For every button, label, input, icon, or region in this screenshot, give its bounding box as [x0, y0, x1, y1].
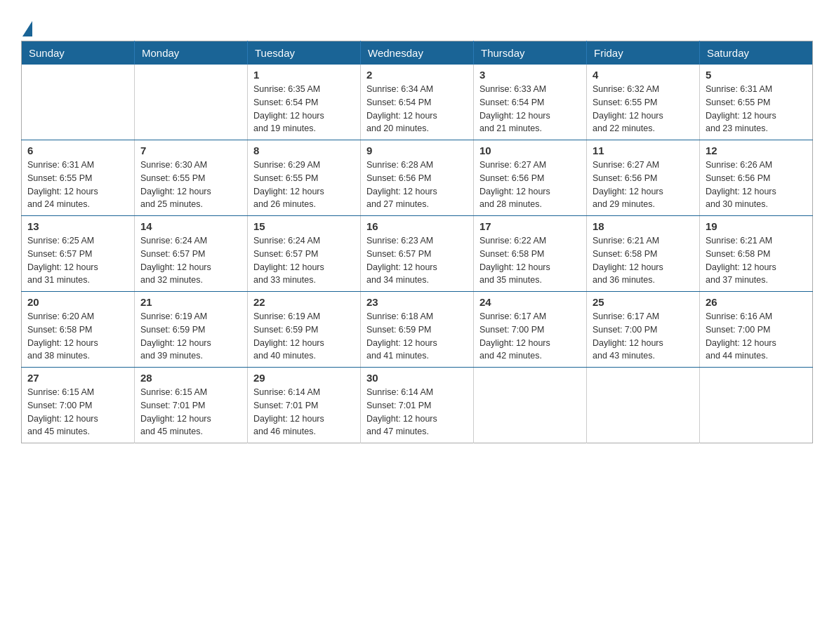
weekday-header-saturday: Saturday: [700, 41, 813, 65]
day-info: Sunrise: 6:21 AM Sunset: 6:58 PM Dayligh…: [706, 234, 807, 287]
day-info: Sunrise: 6:33 AM Sunset: 6:54 PM Dayligh…: [479, 83, 581, 135]
day-number: 9: [366, 145, 468, 156]
day-info: Sunrise: 6:15 AM Sunset: 7:00 PM Dayligh…: [27, 386, 128, 438]
day-info: Sunrise: 6:32 AM Sunset: 6:55 PM Dayligh…: [593, 83, 694, 135]
day-info: Sunrise: 6:18 AM Sunset: 6:59 PM Dayligh…: [366, 310, 468, 363]
calendar-cell: [474, 368, 587, 443]
day-number: 17: [479, 220, 581, 232]
calendar-cell: 15Sunrise: 6:24 AM Sunset: 6:57 PM Dayli…: [248, 216, 361, 292]
day-info: Sunrise: 6:27 AM Sunset: 6:56 PM Dayligh…: [479, 159, 581, 211]
calendar-cell: [135, 65, 248, 140]
day-number: 24: [479, 296, 581, 308]
day-info: Sunrise: 6:14 AM Sunset: 7:01 PM Dayligh…: [366, 386, 468, 438]
calendar-week-row: 6Sunrise: 6:31 AM Sunset: 6:55 PM Daylig…: [22, 140, 813, 216]
calendar-week-row: 27Sunrise: 6:15 AM Sunset: 7:00 PM Dayli…: [22, 368, 813, 443]
day-number: 14: [140, 220, 241, 232]
day-number: 26: [706, 296, 807, 308]
day-info: Sunrise: 6:25 AM Sunset: 6:57 PM Dayligh…: [27, 234, 128, 287]
calendar-cell: 24Sunrise: 6:17 AM Sunset: 7:00 PM Dayli…: [474, 292, 587, 368]
day-number: 22: [253, 296, 355, 308]
calendar-cell: [587, 368, 700, 443]
day-number: 19: [706, 220, 807, 232]
calendar-header-row: SundayMondayTuesdayWednesdayThursdayFrid…: [22, 41, 813, 65]
calendar-week-row: 1Sunrise: 6:35 AM Sunset: 6:54 PM Daylig…: [22, 65, 813, 140]
day-info: Sunrise: 6:15 AM Sunset: 7:01 PM Dayligh…: [140, 386, 241, 438]
calendar-week-row: 13Sunrise: 6:25 AM Sunset: 6:57 PM Dayli…: [22, 216, 813, 292]
calendar-cell: 27Sunrise: 6:15 AM Sunset: 7:00 PM Dayli…: [22, 368, 135, 443]
day-number: 12: [706, 145, 807, 156]
day-number: 4: [593, 69, 694, 81]
day-number: 11: [593, 145, 694, 156]
day-info: Sunrise: 6:21 AM Sunset: 6:58 PM Dayligh…: [593, 234, 694, 287]
day-number: 6: [27, 145, 128, 156]
logo: [21, 20, 32, 36]
calendar-cell: 23Sunrise: 6:18 AM Sunset: 6:59 PM Dayli…: [361, 292, 474, 368]
day-number: 10: [479, 145, 581, 156]
day-info: Sunrise: 6:14 AM Sunset: 7:01 PM Dayligh…: [253, 386, 355, 438]
day-number: 30: [366, 372, 468, 384]
calendar-cell: 22Sunrise: 6:19 AM Sunset: 6:59 PM Dayli…: [248, 292, 361, 368]
day-info: Sunrise: 6:16 AM Sunset: 7:00 PM Dayligh…: [706, 310, 807, 363]
day-number: 15: [253, 220, 355, 232]
weekday-header-monday: Monday: [135, 41, 248, 65]
day-number: 16: [366, 220, 468, 232]
calendar-cell: 9Sunrise: 6:28 AM Sunset: 6:56 PM Daylig…: [361, 140, 474, 216]
calendar-cell: 12Sunrise: 6:26 AM Sunset: 6:56 PM Dayli…: [700, 140, 813, 216]
day-number: 29: [253, 372, 355, 384]
calendar-cell: 29Sunrise: 6:14 AM Sunset: 7:01 PM Dayli…: [248, 368, 361, 443]
calendar-cell: 8Sunrise: 6:29 AM Sunset: 6:55 PM Daylig…: [248, 140, 361, 216]
day-number: 7: [140, 145, 241, 156]
day-number: 3: [479, 69, 581, 81]
day-info: Sunrise: 6:19 AM Sunset: 6:59 PM Dayligh…: [140, 310, 241, 363]
weekday-header-friday: Friday: [587, 41, 700, 65]
calendar-cell: 28Sunrise: 6:15 AM Sunset: 7:01 PM Dayli…: [135, 368, 248, 443]
calendar-cell: 18Sunrise: 6:21 AM Sunset: 6:58 PM Dayli…: [587, 216, 700, 292]
calendar-cell: 30Sunrise: 6:14 AM Sunset: 7:01 PM Dayli…: [361, 368, 474, 443]
calendar-cell: [700, 368, 813, 443]
day-info: Sunrise: 6:29 AM Sunset: 6:55 PM Dayligh…: [253, 159, 355, 211]
weekday-header-wednesday: Wednesday: [361, 41, 474, 65]
day-info: Sunrise: 6:22 AM Sunset: 6:58 PM Dayligh…: [479, 234, 581, 287]
calendar-cell: 10Sunrise: 6:27 AM Sunset: 6:56 PM Dayli…: [474, 140, 587, 216]
day-info: Sunrise: 6:28 AM Sunset: 6:56 PM Dayligh…: [366, 159, 468, 211]
calendar-cell: 5Sunrise: 6:31 AM Sunset: 6:55 PM Daylig…: [700, 65, 813, 140]
weekday-header-thursday: Thursday: [474, 41, 587, 65]
calendar-cell: 11Sunrise: 6:27 AM Sunset: 6:56 PM Dayli…: [587, 140, 700, 216]
day-number: 13: [27, 220, 128, 232]
page-header: [21, 14, 813, 36]
day-number: 20: [27, 296, 128, 308]
calendar-cell: 3Sunrise: 6:33 AM Sunset: 6:54 PM Daylig…: [474, 65, 587, 140]
calendar-cell: 6Sunrise: 6:31 AM Sunset: 6:55 PM Daylig…: [22, 140, 135, 216]
calendar-cell: 1Sunrise: 6:35 AM Sunset: 6:54 PM Daylig…: [248, 65, 361, 140]
calendar-cell: 4Sunrise: 6:32 AM Sunset: 6:55 PM Daylig…: [587, 65, 700, 140]
day-info: Sunrise: 6:35 AM Sunset: 6:54 PM Dayligh…: [253, 83, 355, 135]
day-info: Sunrise: 6:31 AM Sunset: 6:55 PM Dayligh…: [27, 159, 128, 211]
day-number: 27: [27, 372, 128, 384]
day-number: 2: [366, 69, 468, 81]
day-info: Sunrise: 6:17 AM Sunset: 7:00 PM Dayligh…: [479, 310, 581, 363]
calendar-cell: [22, 65, 135, 140]
day-number: 5: [706, 69, 807, 81]
calendar-cell: 7Sunrise: 6:30 AM Sunset: 6:55 PM Daylig…: [135, 140, 248, 216]
day-info: Sunrise: 6:17 AM Sunset: 7:00 PM Dayligh…: [593, 310, 694, 363]
day-info: Sunrise: 6:24 AM Sunset: 6:57 PM Dayligh…: [140, 234, 241, 287]
day-info: Sunrise: 6:20 AM Sunset: 6:58 PM Dayligh…: [27, 310, 128, 363]
calendar-table: SundayMondayTuesdayWednesdayThursdayFrid…: [21, 41, 813, 443]
day-info: Sunrise: 6:34 AM Sunset: 6:54 PM Dayligh…: [366, 83, 468, 135]
day-info: Sunrise: 6:23 AM Sunset: 6:57 PM Dayligh…: [366, 234, 468, 287]
day-info: Sunrise: 6:31 AM Sunset: 6:55 PM Dayligh…: [706, 83, 807, 135]
calendar-cell: 25Sunrise: 6:17 AM Sunset: 7:00 PM Dayli…: [587, 292, 700, 368]
day-info: Sunrise: 6:27 AM Sunset: 6:56 PM Dayligh…: [593, 159, 694, 211]
calendar-cell: 2Sunrise: 6:34 AM Sunset: 6:54 PM Daylig…: [361, 65, 474, 140]
logo-triangle-icon: [22, 21, 32, 36]
calendar-cell: 17Sunrise: 6:22 AM Sunset: 6:58 PM Dayli…: [474, 216, 587, 292]
day-number: 8: [253, 145, 355, 156]
calendar-cell: 19Sunrise: 6:21 AM Sunset: 6:58 PM Dayli…: [700, 216, 813, 292]
day-number: 1: [253, 69, 355, 81]
calendar-cell: 14Sunrise: 6:24 AM Sunset: 6:57 PM Dayli…: [135, 216, 248, 292]
calendar-cell: 16Sunrise: 6:23 AM Sunset: 6:57 PM Dayli…: [361, 216, 474, 292]
calendar-cell: 21Sunrise: 6:19 AM Sunset: 6:59 PM Dayli…: [135, 292, 248, 368]
calendar-cell: 20Sunrise: 6:20 AM Sunset: 6:58 PM Dayli…: [22, 292, 135, 368]
weekday-header-tuesday: Tuesday: [248, 41, 361, 65]
day-number: 28: [140, 372, 241, 384]
